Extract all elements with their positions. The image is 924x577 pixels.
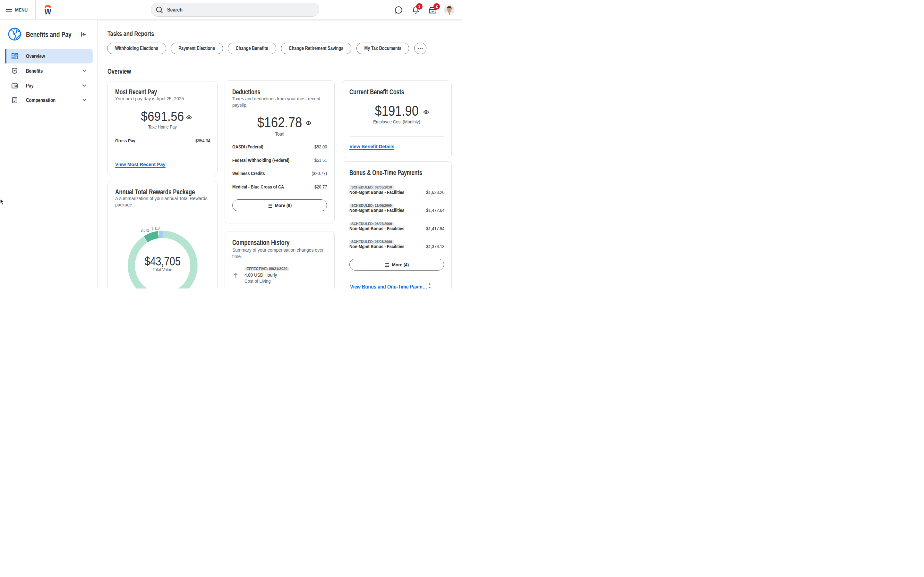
svg-text:W: W	[44, 7, 51, 16]
